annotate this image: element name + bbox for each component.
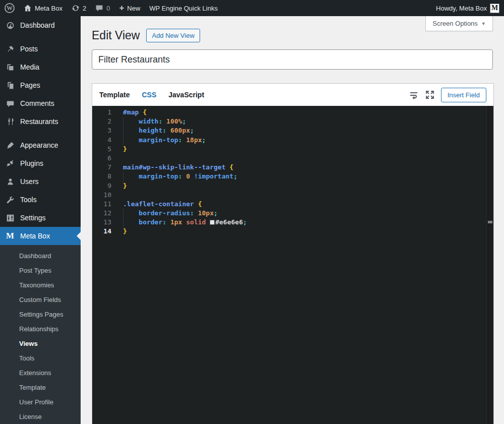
- token-sel: #map: [123, 108, 139, 116]
- token-pun: :: [162, 127, 166, 134]
- new-content-link[interactable]: + New: [114, 0, 145, 16]
- avatar: M: [490, 4, 499, 13]
- sidebar-item-tools[interactable]: Tools: [0, 191, 81, 209]
- sidebar-item-media[interactable]: Media: [0, 58, 81, 76]
- admin-sidebar: Dashboard Posts Media Pages Comments Res…: [0, 16, 81, 424]
- sidebar-item-appearance[interactable]: Appearance: [0, 136, 81, 154]
- sidebar-item-label: Settings: [20, 214, 46, 222]
- token-sel: .leaflet-container: [123, 200, 194, 208]
- token-brace: }: [123, 227, 127, 235]
- token-pun: ;: [182, 117, 186, 125]
- code-line[interactable]: 7main#wp--skip-link--target {: [92, 163, 493, 172]
- token-num: 1px: [170, 218, 182, 226]
- token-sp: [123, 172, 139, 180]
- token-pun: ;: [243, 218, 247, 226]
- sidebar-item-plugins[interactable]: Plugins: [0, 154, 81, 172]
- sidebar-item-users[interactable]: Users: [0, 172, 81, 191]
- code-text: }: [111, 145, 127, 154]
- wp-engine-quick-links[interactable]: WP Engine Quick Links: [145, 0, 222, 16]
- code-line[interactable]: 11.leaflet-container {: [92, 200, 493, 209]
- tab-javascript[interactable]: JavaScript: [168, 91, 204, 99]
- sidebar-item-pages[interactable]: Pages: [0, 76, 81, 94]
- submenu-item-post-types[interactable]: Post Types: [0, 263, 81, 278]
- code-line[interactable]: 10: [92, 191, 493, 200]
- submenu-item-license[interactable]: License: [0, 409, 81, 424]
- comments-link[interactable]: 0: [91, 0, 114, 16]
- word-wrap-icon[interactable]: [409, 90, 419, 100]
- screen-options-button[interactable]: Screen Options ▼: [425, 16, 493, 31]
- sidebar-item-dashboard[interactable]: Dashboard: [0, 16, 81, 34]
- submenu-item-custom-fields[interactable]: Custom Fields: [0, 292, 81, 307]
- line-number: 13: [92, 218, 111, 227]
- code-line[interactable]: 12 border-radius: 10px;: [92, 209, 493, 218]
- token-num: 18px: [186, 136, 202, 144]
- add-new-view-button[interactable]: Add New View: [146, 29, 200, 42]
- admin-bar: W Meta Box 2 0 + New WP Engine Quick Lin…: [0, 0, 504, 16]
- editor-panel: Template CSS JavaScript Insert Field 1#m…: [92, 83, 494, 424]
- sidebar-item-comments[interactable]: Comments: [0, 94, 81, 112]
- speech-bubble-icon: [5, 98, 15, 108]
- home-icon: [24, 4, 32, 12]
- token-pun: :: [162, 218, 166, 226]
- plus-icon: +: [119, 4, 124, 12]
- line-number: 2: [92, 117, 111, 126]
- code-line[interactable]: 13 border: 1px solid #e6e6e6;: [92, 218, 493, 227]
- scrollbar-thumb[interactable]: [488, 221, 492, 223]
- my-account-link[interactable]: Howdy, Meta Box M: [431, 0, 504, 16]
- code-text: height: 600px;: [111, 126, 194, 135]
- token-prop: margin-top: [139, 136, 178, 144]
- code-line[interactable]: 1#map {: [92, 108, 493, 117]
- code-line[interactable]: 5}: [92, 145, 493, 154]
- comments-count: 0: [106, 5, 110, 12]
- sidebar-item-settings[interactable]: Settings: [0, 209, 81, 227]
- pushpin-icon: [5, 44, 15, 54]
- token-sp: [190, 172, 194, 180]
- insert-field-button[interactable]: Insert Field: [441, 88, 486, 102]
- code-line[interactable]: 2 width: 100%;: [92, 117, 493, 126]
- code-line[interactable]: 9}: [92, 181, 493, 191]
- submenu-item-settings-pages[interactable]: Settings Pages: [0, 307, 81, 322]
- code-text: width: 100%;: [111, 117, 186, 126]
- view-title-input[interactable]: [92, 49, 493, 70]
- tab-template[interactable]: Template: [99, 91, 130, 99]
- code-line[interactable]: 14}: [92, 227, 493, 236]
- submenu-item-relationships[interactable]: Relationships: [0, 322, 81, 336]
- code-text: }: [111, 181, 127, 191]
- sidebar-item-label: Plugins: [20, 159, 43, 167]
- sidebar-item-restaurants[interactable]: Restaurants: [0, 112, 81, 131]
- updates-link[interactable]: 2: [67, 0, 91, 16]
- wp-logo-menu[interactable]: W: [0, 0, 19, 16]
- submenu-item-user-profile[interactable]: User Profile: [0, 395, 81, 409]
- wordpress-logo-icon: W: [5, 3, 15, 13]
- token-sp: [194, 200, 198, 208]
- submenu-item-tools[interactable]: Tools: [0, 351, 81, 366]
- code-line[interactable]: 4 margin-top: 18px;: [92, 136, 493, 145]
- tab-css[interactable]: CSS: [142, 91, 156, 99]
- sidebar-item-label: Tools: [20, 196, 37, 204]
- css-code-editor[interactable]: 1#map {2 width: 100%;3 height: 600px;4 m…: [92, 106, 493, 424]
- token-val: solid: [186, 218, 206, 226]
- submenu-item-template[interactable]: Template: [0, 380, 81, 395]
- submenu-item-views[interactable]: Views: [0, 336, 81, 351]
- token-num: 600px: [170, 127, 190, 134]
- site-name-link[interactable]: Meta Box: [19, 0, 67, 16]
- color-swatch[interactable]: [210, 220, 215, 225]
- token-sp: [123, 117, 139, 125]
- submenu-item-taxonomies[interactable]: Taxonomies: [0, 278, 81, 292]
- submenu-item-extensions[interactable]: Extensions: [0, 366, 81, 380]
- line-number: 4: [92, 136, 111, 145]
- code-line[interactable]: 8 margin-top: 0 !important;: [92, 172, 493, 181]
- editor-scrollbar[interactable]: [486, 106, 493, 424]
- token-sp: [123, 136, 139, 144]
- fullscreen-icon[interactable]: [425, 90, 435, 100]
- sidebar-item-posts[interactable]: Posts: [0, 40, 81, 58]
- token-num: 100%: [166, 117, 182, 125]
- sidebar-item-meta-box[interactable]: M Meta Box: [0, 227, 81, 245]
- line-number: 14: [92, 227, 111, 236]
- media-icon: [5, 62, 15, 72]
- code-line[interactable]: 6: [92, 154, 493, 163]
- line-number: 12: [92, 209, 111, 218]
- submenu-item-dashboard[interactable]: Dashboard: [0, 249, 81, 263]
- code-line[interactable]: 3 height: 600px;: [92, 126, 493, 135]
- line-number: 10: [92, 191, 111, 200]
